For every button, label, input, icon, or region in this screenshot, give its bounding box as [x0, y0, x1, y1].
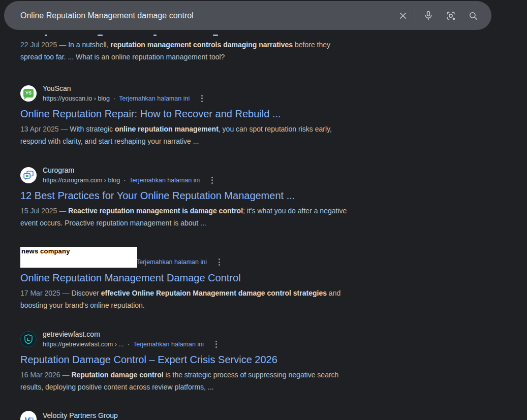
result-date: 16 Mar 2026 — — [20, 371, 71, 379]
result-source[interactable]: news company Terjemahkan halaman ini — [20, 247, 397, 268]
search-result: YS YouScan https://youscan.io › blog · T… — [20, 83, 397, 147]
url-separator: · — [113, 94, 115, 103]
clipped-title-fragment — [98, 35, 103, 36]
redaction-label: news company — [20, 247, 137, 255]
url-line: Terjemahkan halaman ini — [136, 257, 222, 267]
translate-link[interactable]: Terjemahkan halaman ini — [129, 176, 200, 185]
url-separator: · — [123, 176, 126, 185]
microphone-icon[interactable] — [417, 5, 440, 27]
curogram-favicon — [20, 167, 37, 183]
result-title-link[interactable]: Online Reputation Repair: How to Recover… — [20, 107, 397, 120]
result-snippet: 22 Jul 2025 — In a nutshell, reputation … — [20, 39, 397, 63]
url-line: https://youscan.io › blog · Terjemahkan … — [43, 93, 204, 104]
source-text: getreviewfast.com https://getreviewfast.… — [43, 330, 219, 349]
result-date: 15 Jul 2025 — — [20, 207, 68, 215]
search-result: 22 Jul 2025 — In a nutshell, reputation … — [20, 33, 397, 63]
more-options-icon[interactable] — [200, 93, 204, 104]
result-snippet: 16 Mar 2026 — Reputation damage control … — [20, 369, 397, 393]
search-result: Curogram https://curogram.com › blog · T… — [20, 165, 397, 229]
more-options-icon[interactable] — [214, 339, 219, 349]
url-line: https://getreviewfast.com › ... · Terjem… — [43, 339, 219, 349]
site-name[interactable]: Velocity Partners Group — [43, 411, 118, 420]
site-url[interactable]: https://curogram.com › blog — [43, 176, 120, 185]
source-text: Velocity Partners Group — [43, 411, 118, 420]
google-lens-icon[interactable] — [440, 5, 462, 27]
site-name[interactable]: YouScan — [43, 84, 204, 93]
site-name[interactable]: Curogram — [43, 166, 214, 175]
url-separator: · — [128, 340, 130, 349]
result-date: 13 Apr 2025 — — [20, 125, 70, 133]
source-text: Curogram https://curogram.com › blog · T… — [43, 166, 214, 185]
translate-link[interactable]: Terjemahkan halaman ini — [133, 340, 204, 349]
clipped-title-fragment — [45, 35, 47, 36]
vp-favicon: VP — [20, 411, 37, 420]
result-title-link[interactable]: Online Reputation Management Damage Cont… — [20, 271, 397, 284]
site-name[interactable]: getreviewfast.com — [43, 330, 219, 339]
clipped-title-fragments — [20, 33, 397, 39]
clear-icon[interactable] — [393, 5, 413, 27]
search-icon[interactable] — [462, 5, 484, 27]
result-title-link[interactable]: 12 Best Practices for Your Online Reputa… — [20, 189, 397, 202]
search-input[interactable] — [20, 11, 393, 20]
search-bar-icons — [393, 5, 484, 27]
result-source[interactable]: VP Velocity Partners Group — [20, 411, 397, 420]
result-title-link[interactable]: Reputation Damage Control – Expert Crisi… — [20, 353, 397, 366]
search-bar — [4, 1, 491, 30]
youscan-favicon: YS — [20, 85, 37, 102]
more-options-icon[interactable] — [210, 175, 214, 185]
site-url[interactable]: https://youscan.io › blog — [43, 94, 110, 103]
result-snippet: 17 Mar 2025 — Discover effective Online … — [20, 287, 397, 311]
site-url[interactable]: https://getreviewfast.com › ... — [43, 340, 124, 349]
results-list: 22 Jul 2025 — In a nutshell, reputation … — [20, 33, 397, 420]
search-result: VP Velocity Partners Group — [20, 411, 397, 420]
clipped-title-fragment — [213, 35, 218, 36]
url-line: https://curogram.com › blog · Terjemahka… — [43, 175, 214, 185]
search-result: E getreviewfast.com https://getreviewfas… — [20, 329, 397, 393]
translate-link[interactable]: Terjemahkan halaman ini — [136, 257, 207, 267]
translate-link[interactable]: Terjemahkan halaman ini — [119, 94, 190, 103]
search-bar-divider — [415, 8, 415, 23]
result-snippet: 13 Apr 2025 — With strategic online repu… — [20, 123, 397, 147]
result-source[interactable]: Curogram https://curogram.com › blog · T… — [20, 165, 397, 185]
result-date: 17 Mar 2025 — — [20, 289, 71, 297]
search-result: news company Terjemahkan halaman ini Onl… — [20, 247, 397, 311]
result-source[interactable]: YS YouScan https://youscan.io › blog · T… — [20, 83, 397, 104]
clipped-title-fragment — [153, 35, 157, 36]
shield-favicon: E — [20, 331, 37, 347]
svg-text:E: E — [27, 337, 30, 342]
result-source[interactable]: E getreviewfast.com https://getreviewfas… — [20, 329, 397, 349]
result-snippet: 15 Jul 2025 — Reactive reputation manage… — [20, 205, 397, 229]
result-date: 22 Jul 2025 — — [20, 41, 68, 49]
redaction-overlay: news company — [20, 247, 137, 268]
source-text: YouScan https://youscan.io › blog · Terj… — [43, 84, 204, 104]
more-options-icon[interactable] — [217, 257, 222, 267]
